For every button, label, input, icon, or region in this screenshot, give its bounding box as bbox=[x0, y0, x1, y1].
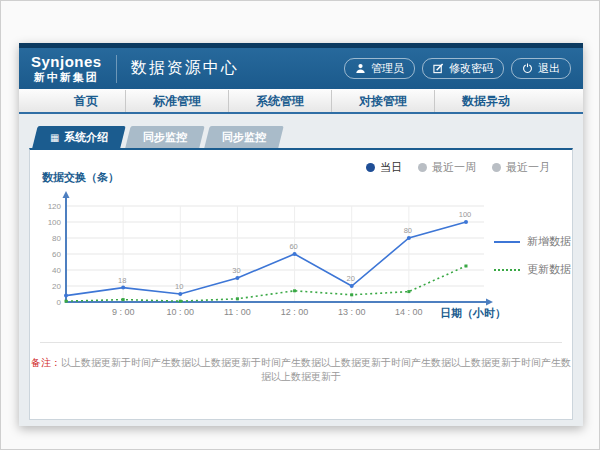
logo-text-en: Synjones bbox=[31, 54, 102, 71]
svg-text:11 : 00: 11 : 00 bbox=[224, 307, 251, 317]
svg-text:120: 120 bbox=[48, 202, 62, 211]
legend-label: 更新数据 bbox=[527, 262, 571, 277]
nav-item-standard-mgmt[interactable]: 标准管理 bbox=[125, 90, 228, 112]
svg-text:18: 18 bbox=[118, 276, 126, 285]
tab-sync-monitor-1[interactable]: 同步监控 bbox=[126, 126, 205, 148]
page-title: 数据资源中心 bbox=[131, 58, 239, 79]
power-icon bbox=[522, 63, 533, 74]
note-text: 以上数据更新于时间产生数据以上数据更新于时间产生数据以上数据更新于时间产生数据以… bbox=[61, 357, 571, 382]
svg-text:100: 100 bbox=[459, 210, 472, 219]
tab-label: 同步监控 bbox=[222, 126, 266, 148]
filter-option-today[interactable]: 当日 bbox=[366, 160, 402, 175]
tab-label: 同步监控 bbox=[143, 126, 187, 148]
header-divider bbox=[116, 55, 117, 83]
change-password-button[interactable]: 修改密码 bbox=[422, 58, 504, 79]
nav-item-data-change[interactable]: 数据异动 bbox=[434, 90, 537, 112]
svg-text:12 : 00: 12 : 00 bbox=[281, 307, 309, 317]
time-range-filters: 当日 最近一周 最近一月 bbox=[366, 160, 550, 175]
person-icon bbox=[355, 63, 366, 74]
dotted-line-icon bbox=[494, 269, 520, 271]
legend-item-update-data: 更新数据 bbox=[494, 262, 571, 277]
content-area: ▦系统介绍 同步监控 同步监控 当日 最近一周 bbox=[19, 126, 583, 436]
note-label: 备注： bbox=[31, 357, 61, 368]
header-actions: 管理员 修改密码 退出 bbox=[344, 58, 571, 79]
y-axis-label: 数据交换（条） bbox=[42, 170, 119, 185]
svg-text:0: 0 bbox=[57, 298, 62, 307]
logout-button[interactable]: 退出 bbox=[511, 58, 571, 79]
change-password-label: 修改密码 bbox=[449, 61, 493, 76]
svg-text:30: 30 bbox=[232, 266, 240, 275]
edit-icon bbox=[433, 63, 444, 74]
svg-text:100: 100 bbox=[48, 218, 62, 227]
filter-option-last-week[interactable]: 最近一周 bbox=[418, 160, 476, 175]
svg-text:20: 20 bbox=[52, 282, 61, 291]
svg-text:10: 10 bbox=[175, 282, 183, 291]
grid-icon: ▦ bbox=[50, 132, 59, 143]
panel-divider bbox=[40, 342, 562, 343]
legend-label: 新增数据 bbox=[527, 234, 571, 249]
svg-text:60: 60 bbox=[289, 242, 297, 251]
main-nav: 首页 标准管理 系统管理 对接管理 数据异动 bbox=[19, 89, 583, 114]
header: Synjones 新中新集团 数据资源中心 管理员 修改密码 bbox=[19, 48, 583, 89]
filter-label: 最近一月 bbox=[506, 160, 550, 175]
footer-note: 备注：以上数据更新于时间产生数据以上数据更新于时间产生数据以上数据更新于时间产生… bbox=[30, 356, 572, 384]
tab-bar: ▦系统介绍 同步监控 同步监控 bbox=[35, 126, 583, 148]
nav-item-docking-mgmt[interactable]: 对接管理 bbox=[331, 90, 434, 112]
legend-item-new-data: 新增数据 bbox=[494, 234, 571, 249]
chart-panel: 当日 最近一周 最近一月 数据交换（条） 0204060801001201810… bbox=[29, 148, 573, 420]
svg-text:80: 80 bbox=[404, 226, 412, 235]
tab-system-intro[interactable]: ▦系统介绍 bbox=[32, 126, 126, 148]
user-button[interactable]: 管理员 bbox=[344, 58, 415, 79]
logout-label: 退出 bbox=[538, 61, 560, 76]
tab-label: 系统介绍 bbox=[64, 131, 108, 143]
svg-text:60: 60 bbox=[52, 250, 61, 259]
line-chart: 0204060801001201810306020801009 : 0010 :… bbox=[36, 186, 506, 321]
solid-line-icon bbox=[494, 241, 520, 243]
svg-text:10 : 00: 10 : 00 bbox=[167, 307, 195, 317]
svg-text:80: 80 bbox=[52, 234, 61, 243]
nav-item-home[interactable]: 首页 bbox=[47, 90, 125, 112]
nav-item-system-mgmt[interactable]: 系统管理 bbox=[228, 90, 331, 112]
x-axis-label: 日期（小时） bbox=[440, 306, 506, 321]
user-button-label: 管理员 bbox=[371, 61, 404, 76]
svg-text:20: 20 bbox=[347, 274, 355, 283]
radio-dot-icon bbox=[418, 163, 427, 172]
logo-text-cn: 新中新集团 bbox=[31, 71, 102, 83]
filter-option-last-month[interactable]: 最近一月 bbox=[492, 160, 550, 175]
radio-dot-icon bbox=[492, 163, 501, 172]
filter-label: 当日 bbox=[380, 160, 402, 175]
app-window: Synjones 新中新集团 数据资源中心 管理员 修改密码 bbox=[19, 43, 583, 426]
radio-dot-icon bbox=[366, 163, 375, 172]
svg-text:40: 40 bbox=[52, 266, 61, 275]
filter-label: 最近一周 bbox=[432, 160, 476, 175]
chart-legend: 新增数据 更新数据 bbox=[494, 234, 571, 277]
svg-text:9 : 00: 9 : 00 bbox=[112, 307, 135, 317]
svg-text:14 : 00: 14 : 00 bbox=[395, 307, 423, 317]
tab-sync-monitor-2[interactable]: 同步监控 bbox=[205, 126, 284, 148]
company-logo: Synjones 新中新集团 bbox=[31, 54, 102, 83]
svg-text:13 : 00: 13 : 00 bbox=[338, 307, 366, 317]
